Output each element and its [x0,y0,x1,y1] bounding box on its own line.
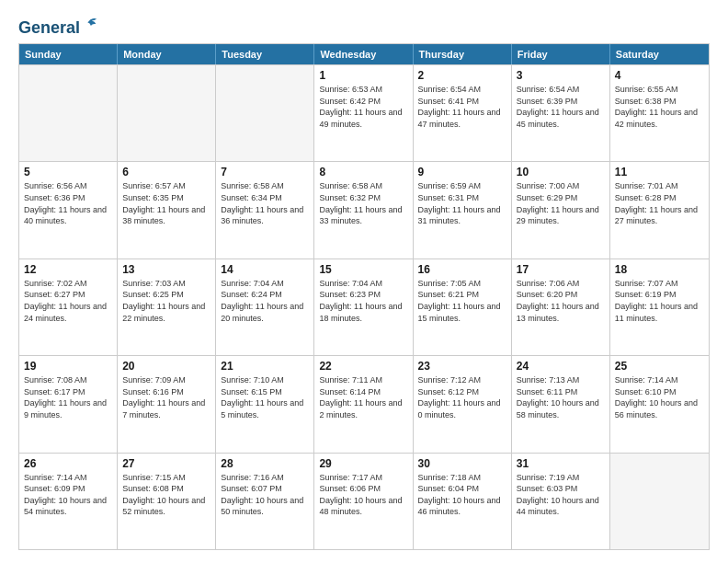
day-number: 10 [517,166,605,178]
calendar-day-1: 1Sunrise: 6:53 AM Sunset: 6:42 PM Daylig… [314,65,413,161]
day-info: Sunrise: 7:13 AM Sunset: 6:11 PM Dayligh… [517,375,599,419]
calendar-day-19: 19Sunrise: 7:08 AM Sunset: 6:17 PM Dayli… [19,356,118,452]
logo-bird-icon [82,17,98,33]
day-info: Sunrise: 6:53 AM Sunset: 6:42 PM Dayligh… [319,85,402,129]
calendar-day-22: 22Sunrise: 7:11 AM Sunset: 6:14 PM Dayli… [314,356,413,452]
day-number: 29 [319,457,407,470]
calendar-day-25: 25Sunrise: 7:14 AM Sunset: 6:10 PM Dayli… [610,356,709,452]
calendar-page: General SundayMondayTuesdayWednesdayThur… [0,0,728,563]
calendar-day-7: 7Sunrise: 6:58 AM Sunset: 6:34 PM Daylig… [216,162,314,258]
calendar-row-0: 1Sunrise: 6:53 AM Sunset: 6:42 PM Daylig… [19,64,709,161]
day-info: Sunrise: 6:59 AM Sunset: 6:31 PM Dayligh… [418,181,501,225]
day-number: 17 [517,263,605,276]
calendar-weekday-saturday: Saturday [610,44,709,64]
day-info: Sunrise: 7:07 AM Sunset: 6:19 PM Dayligh… [615,279,698,323]
calendar-weekday-monday: Monday [118,44,216,64]
calendar-day-8: 8Sunrise: 6:58 AM Sunset: 6:32 PM Daylig… [314,162,413,258]
calendar-day-9: 9Sunrise: 6:59 AM Sunset: 6:31 PM Daylig… [414,162,512,258]
calendar-weekday-thursday: Thursday [414,44,512,64]
header: General [18,17,710,36]
calendar-day-26: 26Sunrise: 7:14 AM Sunset: 6:09 PM Dayli… [19,454,118,549]
day-info: Sunrise: 7:14 AM Sunset: 6:09 PM Dayligh… [24,473,107,517]
day-number: 19 [24,360,112,373]
day-number: 11 [615,166,704,178]
calendar-empty-cell [610,454,709,549]
calendar-empty-cell [216,65,314,161]
calendar-day-24: 24Sunrise: 7:13 AM Sunset: 6:11 PM Dayli… [512,356,610,452]
calendar-day-27: 27Sunrise: 7:15 AM Sunset: 6:08 PM Dayli… [118,454,216,549]
calendar-day-4: 4Sunrise: 6:55 AM Sunset: 6:38 PM Daylig… [610,65,709,161]
day-info: Sunrise: 6:54 AM Sunset: 6:39 PM Dayligh… [517,85,599,129]
day-info: Sunrise: 6:58 AM Sunset: 6:34 PM Dayligh… [221,181,303,225]
day-info: Sunrise: 7:19 AM Sunset: 6:03 PM Dayligh… [517,473,599,517]
day-number: 4 [615,69,704,82]
day-info: Sunrise: 7:04 AM Sunset: 6:23 PM Dayligh… [319,279,402,323]
day-number: 12 [24,263,112,276]
day-info: Sunrise: 7:15 AM Sunset: 6:08 PM Dayligh… [122,473,205,517]
calendar-day-28: 28Sunrise: 7:16 AM Sunset: 6:07 PM Dayli… [216,454,314,549]
calendar-day-10: 10Sunrise: 7:00 AM Sunset: 6:29 PM Dayli… [512,162,610,258]
day-info: Sunrise: 7:12 AM Sunset: 6:12 PM Dayligh… [418,375,501,419]
calendar-weekday-tuesday: Tuesday [216,44,314,64]
calendar-day-5: 5Sunrise: 6:56 AM Sunset: 6:36 PM Daylig… [19,162,118,258]
day-number: 16 [418,263,506,276]
day-number: 30 [418,457,506,470]
day-info: Sunrise: 7:17 AM Sunset: 6:06 PM Dayligh… [319,473,402,517]
calendar-day-18: 18Sunrise: 7:07 AM Sunset: 6:19 PM Dayli… [610,259,709,355]
day-info: Sunrise: 7:09 AM Sunset: 6:16 PM Dayligh… [122,375,205,419]
calendar-row-3: 19Sunrise: 7:08 AM Sunset: 6:17 PM Dayli… [19,355,709,452]
calendar-day-2: 2Sunrise: 6:54 AM Sunset: 6:41 PM Daylig… [414,65,512,161]
day-number: 2 [418,69,506,82]
calendar-empty-cell [19,65,118,161]
calendar-body: 1Sunrise: 6:53 AM Sunset: 6:42 PM Daylig… [19,64,709,549]
calendar-day-31: 31Sunrise: 7:19 AM Sunset: 6:03 PM Dayli… [512,454,610,549]
calendar-day-20: 20Sunrise: 7:09 AM Sunset: 6:16 PM Dayli… [118,356,216,452]
day-number: 21 [221,360,309,373]
day-number: 23 [418,360,506,373]
calendar-day-23: 23Sunrise: 7:12 AM Sunset: 6:12 PM Dayli… [414,356,512,452]
day-info: Sunrise: 7:14 AM Sunset: 6:10 PM Dayligh… [615,375,698,419]
day-number: 8 [319,166,407,178]
day-info: Sunrise: 7:00 AM Sunset: 6:29 PM Dayligh… [517,181,599,225]
calendar-empty-cell [118,65,216,161]
logo-general-text: General [18,17,98,38]
calendar-row-1: 5Sunrise: 6:56 AM Sunset: 6:36 PM Daylig… [19,161,709,258]
day-number: 22 [319,360,407,373]
day-info: Sunrise: 6:57 AM Sunset: 6:35 PM Dayligh… [122,181,205,225]
day-info: Sunrise: 7:11 AM Sunset: 6:14 PM Dayligh… [319,375,402,419]
calendar-day-11: 11Sunrise: 7:01 AM Sunset: 6:28 PM Dayli… [610,162,709,258]
calendar-row-4: 26Sunrise: 7:14 AM Sunset: 6:09 PM Dayli… [19,453,709,549]
calendar-day-12: 12Sunrise: 7:02 AM Sunset: 6:27 PM Dayli… [19,259,118,355]
day-number: 24 [517,360,605,373]
day-info: Sunrise: 7:02 AM Sunset: 6:27 PM Dayligh… [24,279,107,323]
calendar-day-13: 13Sunrise: 7:03 AM Sunset: 6:25 PM Dayli… [118,259,216,355]
day-number: 18 [615,263,704,276]
calendar-day-16: 16Sunrise: 7:05 AM Sunset: 6:21 PM Dayli… [414,259,512,355]
logo: General [18,17,98,36]
day-info: Sunrise: 6:55 AM Sunset: 6:38 PM Dayligh… [615,85,698,129]
calendar-day-6: 6Sunrise: 6:57 AM Sunset: 6:35 PM Daylig… [118,162,216,258]
day-info: Sunrise: 7:18 AM Sunset: 6:04 PM Dayligh… [418,473,501,517]
calendar-day-3: 3Sunrise: 6:54 AM Sunset: 6:39 PM Daylig… [512,65,610,161]
calendar-weekday-wednesday: Wednesday [314,44,413,64]
day-number: 25 [615,360,704,373]
day-number: 14 [221,263,309,276]
day-number: 15 [319,263,407,276]
day-info: Sunrise: 7:16 AM Sunset: 6:07 PM Dayligh… [221,473,303,517]
calendar-day-14: 14Sunrise: 7:04 AM Sunset: 6:24 PM Dayli… [216,259,314,355]
calendar-row-2: 12Sunrise: 7:02 AM Sunset: 6:27 PM Dayli… [19,259,709,355]
day-number: 20 [122,360,210,373]
calendar-day-17: 17Sunrise: 7:06 AM Sunset: 6:20 PM Dayli… [512,259,610,355]
day-number: 26 [24,457,112,470]
day-info: Sunrise: 6:58 AM Sunset: 6:32 PM Dayligh… [319,181,402,225]
day-info: Sunrise: 7:04 AM Sunset: 6:24 PM Dayligh… [221,279,303,323]
calendar-day-30: 30Sunrise: 7:18 AM Sunset: 6:04 PM Dayli… [414,454,512,549]
day-number: 7 [221,166,309,178]
calendar-day-29: 29Sunrise: 7:17 AM Sunset: 6:06 PM Dayli… [314,454,413,549]
calendar-header-row: SundayMondayTuesdayWednesdayThursdayFrid… [19,44,709,64]
calendar: SundayMondayTuesdayWednesdayThursdayFrid… [18,43,710,550]
day-number: 5 [24,166,112,178]
day-info: Sunrise: 6:54 AM Sunset: 6:41 PM Dayligh… [418,85,501,129]
calendar-weekday-friday: Friday [512,44,610,64]
day-info: Sunrise: 7:01 AM Sunset: 6:28 PM Dayligh… [615,181,698,225]
